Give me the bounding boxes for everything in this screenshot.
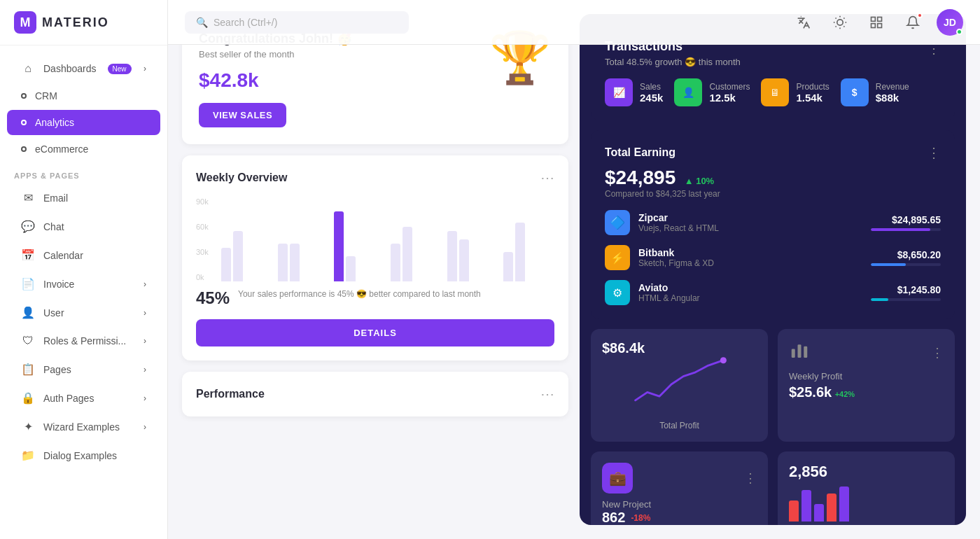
details-button[interactable]: DETAILS xyxy=(196,319,554,346)
progress-bar xyxy=(871,228,941,231)
stat-label: Sales xyxy=(640,82,663,92)
more-options-icon[interactable]: ⋯ xyxy=(540,169,554,186)
bitbank-icon: ⚡ xyxy=(605,245,630,270)
sidebar-item-label: User xyxy=(43,307,64,318)
earning-title: Total Earning xyxy=(605,146,676,159)
stat-label: Revenue xyxy=(876,82,909,92)
content-area: Congratulations John! 🥳 Best seller of t… xyxy=(168,0,980,539)
sidebar-item-label: Dashboards xyxy=(43,63,97,74)
calendar-icon: 📅 xyxy=(21,248,35,262)
item-sub: HTML & Angular xyxy=(638,293,700,303)
sidebar-item-roles[interactable]: 🛡 Roles & Permissi... › xyxy=(7,328,160,354)
list-item: ⚙ Aviato HTML & Angular $1,245.80 xyxy=(605,280,941,305)
sidebar-item-invoice[interactable]: 📄 Invoice › xyxy=(7,270,160,298)
view-sales-button[interactable]: VIEW SALES xyxy=(199,103,286,127)
pages-icon: 📋 xyxy=(21,363,35,376)
dot-icon xyxy=(21,93,27,99)
y-label: 0k xyxy=(196,273,209,281)
mini-bar xyxy=(827,493,836,522)
weekly-description: Your sales performance is 45% 😎 better c… xyxy=(238,288,481,300)
bar-active xyxy=(334,211,344,281)
stat-customers: 👤 Customers 12.5k xyxy=(674,78,750,106)
bar xyxy=(290,244,300,281)
bar xyxy=(221,248,231,281)
lock-icon: 🔒 xyxy=(21,391,35,405)
sidebar-item-wizard[interactable]: ✦ Wizard Examples › xyxy=(7,413,160,440)
search-box[interactable]: 🔍 Search (Ctrl+/) xyxy=(185,11,409,34)
svg-rect-9 xyxy=(872,17,876,21)
sidebar-item-label: Invoice xyxy=(43,279,74,290)
chevron-right-icon: › xyxy=(144,365,146,374)
progress-bar xyxy=(871,298,941,301)
sidebar-item-pages[interactable]: 📋 Pages › xyxy=(7,356,160,383)
email-icon: ✉ xyxy=(21,191,35,204)
svg-point-13 xyxy=(720,357,727,363)
stat-value: 12.5k xyxy=(709,92,750,104)
chevron-right-icon: › xyxy=(144,279,146,289)
search-placeholder: Search (Ctrl+/) xyxy=(214,17,277,28)
weekly-profit-badge: +42% xyxy=(835,390,855,398)
topbar-right: JD xyxy=(791,9,963,36)
sun-icon[interactable] xyxy=(827,10,853,35)
progress-fill xyxy=(871,298,888,301)
performance-title: Performance xyxy=(196,388,265,400)
mini-bar xyxy=(814,504,824,522)
svg-rect-12 xyxy=(878,23,882,27)
new-badge: New xyxy=(108,64,132,74)
chevron-right-icon: › xyxy=(144,336,146,346)
item-name: Aviato xyxy=(638,282,700,293)
svg-point-0 xyxy=(837,19,843,24)
user-avatar[interactable]: JD xyxy=(937,9,963,36)
sidebar-item-auth[interactable]: 🔒 Auth Pages › xyxy=(7,384,160,412)
sidebar-item-dashboards[interactable]: ⌂ Dashboards New › xyxy=(7,55,160,82)
weekly-profit-amount-row: $25.6k +42% xyxy=(789,384,944,400)
sidebar-item-chat[interactable]: 💬 Chat xyxy=(7,213,160,240)
performance-card: Performance ⋯ xyxy=(182,372,568,416)
sidebar-item-ecommerce[interactable]: eCommerce xyxy=(7,136,160,162)
total-earning-card: Total Earning ⋮ $24,895 ▲ 10% Compared t… xyxy=(591,130,955,319)
sidebar-item-label: Email xyxy=(43,192,68,204)
stat-value: 245k xyxy=(640,92,663,104)
grid-icon[interactable] xyxy=(864,10,889,35)
weekly-profit-label: Weekly Profit xyxy=(789,371,944,382)
dot-icon xyxy=(21,120,27,125)
home-icon: ⌂ xyxy=(21,62,35,75)
stat-label: Customers xyxy=(709,82,750,92)
bell-icon[interactable] xyxy=(900,10,925,35)
y-label: 30k xyxy=(196,248,209,256)
sidebar-item-email[interactable]: ✉ Email xyxy=(7,184,160,211)
sidebar-item-label: Dialog Examples xyxy=(43,450,117,461)
sidebar-item-crm[interactable]: CRM xyxy=(7,83,160,108)
mini-bar xyxy=(839,486,849,522)
chart-bar-icon xyxy=(789,340,810,365)
svg-rect-14 xyxy=(792,349,795,358)
transactions-subtitle: Total 48.5% growth 😎 this month xyxy=(605,57,941,67)
products-icon: 🖥 xyxy=(761,78,789,106)
customers-icon: 👤 xyxy=(674,78,702,106)
performance-more-icon[interactable]: ⋯ xyxy=(540,386,554,402)
sidebar-item-user[interactable]: 👤 User › xyxy=(7,299,160,326)
item-name: Zipcar xyxy=(638,212,719,223)
mini-bar-chart xyxy=(789,486,944,522)
weekly-more-icon[interactable]: ⋮ xyxy=(931,345,944,360)
earning-more-icon[interactable]: ⋮ xyxy=(927,144,941,161)
sidebar-item-dialog[interactable]: 📁 Dialog Examples xyxy=(7,442,160,469)
translate-icon[interactable] xyxy=(791,10,816,35)
invoice-icon: 📄 xyxy=(21,277,35,290)
progress-fill xyxy=(871,263,906,266)
sales-icon: 📈 xyxy=(605,78,633,106)
bar xyxy=(346,256,356,281)
topbar: 🔍 Search (Ctrl+/) JD xyxy=(168,0,980,45)
sidebar-item-label: CRM xyxy=(35,90,57,102)
new-project-more-icon[interactable]: ⋮ xyxy=(744,470,757,486)
item-amount: $1,245.80 xyxy=(871,284,941,301)
count-value: 2,856 xyxy=(789,463,944,481)
stat-products: 🖥 Products 1.54k xyxy=(761,78,829,106)
weekly-profit-amount: $25.6k xyxy=(789,384,832,400)
svg-line-4 xyxy=(844,26,844,27)
svg-line-8 xyxy=(844,18,844,18)
item-name: Bitbank xyxy=(638,247,714,258)
section-label: APPS & PAGES xyxy=(0,163,167,183)
sidebar-item-analytics[interactable]: Analytics xyxy=(7,110,160,135)
sidebar-item-calendar[interactable]: 📅 Calendar xyxy=(7,241,160,269)
